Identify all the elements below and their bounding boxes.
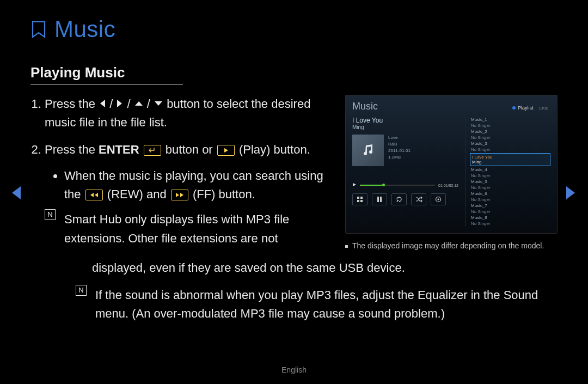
nav-right-icon — [116, 99, 124, 108]
enter-icon — [144, 145, 161, 156]
svg-rect-0 — [357, 197, 359, 199]
note-1-partB: displayed, even if they are saved on the… — [30, 259, 558, 277]
progress-thumb[interactable] — [382, 184, 385, 186]
repeat-button[interactable] — [391, 193, 407, 205]
list-item: Music_8 — [470, 215, 550, 221]
fastforward-icon — [171, 190, 188, 200]
bullet-icon — [345, 245, 348, 248]
grid-button[interactable] — [352, 193, 367, 205]
enter-label: ENTER — [99, 143, 139, 156]
list-item: Music_1 — [470, 117, 550, 123]
play-icon — [217, 145, 235, 156]
note-2-text: If the sound is abnormal when you play M… — [95, 286, 558, 323]
preview-body: I Love You Ming Love R&B 2011 — [352, 117, 550, 227]
progress-row: 01:01/03:12 — [352, 182, 458, 188]
svg-rect-1 — [360, 197, 363, 199]
next-page-button[interactable] — [564, 185, 577, 200]
meta-genre: Love — [388, 135, 411, 141]
progress-bar[interactable] — [360, 185, 435, 186]
list-item-sub: No Singer — [470, 221, 550, 227]
list-item-sub: No Singer — [470, 197, 550, 203]
step2-pre: Press the — [45, 143, 99, 156]
list-item-sub: No Singer — [470, 123, 550, 129]
section-title: Playing Music — [30, 64, 183, 85]
svg-rect-3 — [360, 200, 363, 202]
list-item-sub: No Singer — [470, 209, 550, 215]
preview-title: Music — [352, 101, 378, 112]
note-icon: N — [45, 209, 56, 220]
dot-icon — [512, 106, 516, 109]
list-item-sub: No Singer — [470, 135, 550, 141]
step2-play-label: (Play) button. — [239, 143, 310, 156]
play-state-icon — [352, 182, 357, 188]
step1-pre: Press the — [45, 97, 99, 111]
list-item: Music_6 — [470, 191, 550, 197]
content-area: Press the / / / button to select the des… — [30, 95, 558, 257]
footer-lang: English — [0, 365, 588, 374]
list-item-sub: No Singer — [470, 185, 550, 191]
bullet1-ff: (FF) button. — [193, 187, 255, 201]
list-item: Music_4 — [470, 167, 550, 173]
list-item: Music_5 — [470, 179, 550, 185]
list-item: Music_7 — [470, 203, 550, 209]
nav-down-icon — [154, 100, 163, 107]
list-item-sub: No Singer — [470, 173, 550, 179]
preview-page: 13/30 — [538, 106, 548, 110]
preview-column: Music Playlist 13/30 I Love You Ming — [345, 95, 558, 250]
pause-button[interactable] — [372, 193, 387, 205]
playlist[interactable]: Music_1 No Singer Music_2 No Singer Musi… — [465, 117, 550, 227]
list-item: Music_3 — [470, 141, 550, 147]
step-2: Press the ENTER button or (Play) button.… — [45, 141, 331, 247]
preview-caption: The displayed image may differ depending… — [345, 241, 558, 250]
selected-artist: Ming — [472, 160, 548, 164]
time-display: 01:01/03:12 — [438, 184, 458, 187]
bullet-1: When the music is playing, you can searc… — [64, 167, 331, 204]
bullet1-rew: (REW) and — [107, 187, 170, 201]
page-title: Music — [54, 16, 115, 42]
rewind-icon — [85, 190, 103, 200]
note-1-partA: Smart Hub only displays files with MP3 f… — [64, 210, 331, 247]
preview-header: Music Playlist 13/30 — [352, 101, 550, 112]
sub-bullets: When the music is playing, you can searc… — [45, 167, 331, 204]
instructions: Press the / / / button to select the des… — [30, 95, 331, 257]
caption-text: The displayed image may differ depending… — [352, 241, 544, 250]
note-1-block: N Smart Hub only displays files with MP3… — [45, 210, 331, 247]
selected-name: I Love You — [472, 155, 548, 160]
song-title: I Love You — [352, 117, 458, 124]
info-button[interactable] — [431, 193, 446, 205]
album-meta: Love R&B 2011-01-01 1.2MB — [388, 135, 411, 161]
note-2-block: N If the sound is abnormal when you play… — [30, 286, 558, 323]
list-item: Music_2 — [470, 129, 550, 135]
preview-tab-label: Playlist — [518, 105, 534, 111]
svg-rect-5 — [380, 197, 382, 202]
album-row: Love R&B 2011-01-01 1.2MB — [352, 135, 458, 166]
shuffle-button[interactable] — [411, 193, 426, 205]
note-icon: N — [76, 285, 87, 296]
nav-up-icon — [134, 100, 144, 107]
nav-left-icon — [99, 99, 106, 108]
music-note-icon — [360, 143, 376, 158]
wide-notes: displayed, even if they are saved on the… — [30, 259, 558, 323]
svg-rect-4 — [377, 197, 379, 202]
step-1: Press the / / / button to select the des… — [45, 95, 331, 132]
meta-size: 1.2MB — [388, 154, 411, 161]
list-item-selected[interactable]: I Love You Ming — [470, 153, 550, 166]
progress-fill — [360, 185, 382, 186]
meta-date: 2011-01-01 — [388, 148, 411, 154]
step2-mid: button or — [166, 143, 216, 156]
player-controls — [352, 193, 458, 205]
page: Music Playing Music Press the / / / butt… — [0, 0, 588, 384]
svg-rect-2 — [357, 200, 359, 202]
preview-panel: Music Playlist 13/30 I Love You Ming — [345, 95, 558, 234]
title-row: Music — [30, 16, 558, 42]
album-art — [352, 135, 384, 166]
preview-tab: Playlist — [512, 105, 534, 111]
now-playing: I Love You Ming Love R&B 2011 — [352, 117, 458, 227]
prev-page-button[interactable] — [10, 185, 23, 200]
bookmark-icon — [30, 21, 47, 38]
list-item-sub: No Singer — [470, 147, 550, 153]
svg-point-7 — [438, 199, 439, 200]
meta-subgenre: R&B — [388, 141, 411, 148]
song-artist: Ming — [352, 124, 458, 130]
